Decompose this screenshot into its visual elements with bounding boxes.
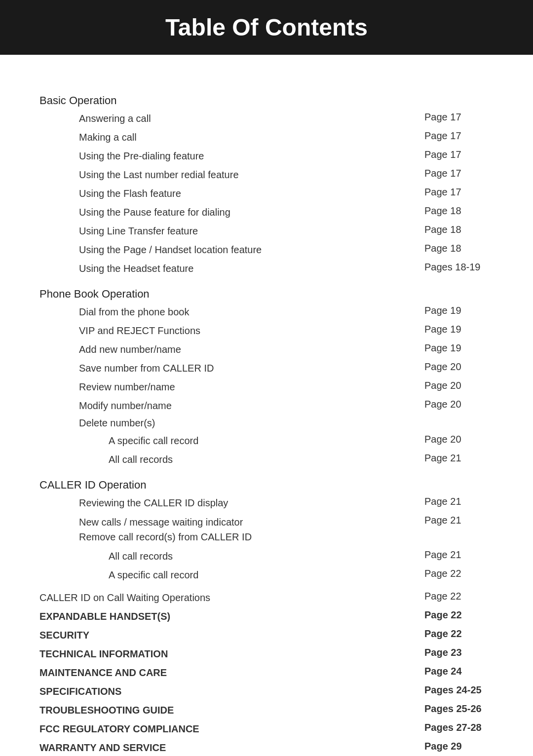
entry-text: TROUBLESHOOTING GUIDE	[39, 703, 415, 717]
entry-text: Using the Page / Handset location featur…	[39, 243, 415, 257]
list-item: Review number/name Page 20	[39, 378, 494, 396]
list-item: Using the Headset feature Pages 18-19	[39, 259, 494, 278]
entry-text: Modify number/name	[39, 399, 415, 413]
section-basic-operation: Basic Operation Answering a call Page 17…	[39, 94, 494, 278]
list-item: SPECIFICATIONS Pages 24-25	[39, 682, 494, 701]
list-item: TECHNICAL INFORMATION Page 23	[39, 644, 494, 663]
entry-text: All call records	[39, 549, 415, 563]
section-header-phone-book: Phone Book Operation	[39, 288, 494, 301]
page-ref: Page 17	[415, 112, 494, 123]
entry-text: Review number/name	[39, 380, 415, 394]
entry-text: Using the Headset feature	[39, 262, 415, 275]
entry-text: Add new number/name	[39, 342, 415, 356]
delete-numbers-label: Delete number(s)	[39, 415, 494, 431]
entry-text: A specific call record	[39, 434, 415, 448]
list-item: SECURITY Page 22	[39, 626, 494, 644]
page-ref: Page 21	[415, 496, 494, 507]
list-item: A specific call record Page 22	[39, 566, 494, 584]
page-ref: Page 19	[415, 324, 494, 335]
list-item: Modify number/name Page 20	[39, 396, 494, 415]
page-ref: Page 21	[415, 515, 494, 526]
entry-text: Reviewing the CALLER ID display	[39, 496, 415, 510]
section-header-caller-id: CALLER ID Operation	[39, 479, 494, 491]
list-item: EXPANDABLE HANDSET(S) Page 22	[39, 607, 494, 626]
section-header-basic-operation: Basic Operation	[39, 94, 494, 107]
entry-text: SPECIFICATIONS	[39, 684, 415, 698]
page-ref: Page 17	[415, 168, 494, 179]
list-item: Using Line Transfer feature Page 18	[39, 222, 494, 240]
page-ref: Page 22	[415, 568, 494, 579]
page-ref: Page 18	[415, 243, 494, 254]
page-ref: Page 23	[415, 647, 494, 658]
page-ref: Page 17	[415, 149, 494, 160]
section-bottom-entries: CALLER ID on Call Waiting Operations Pag…	[39, 588, 494, 756]
entry-text: Using the Last number redial feature	[39, 168, 415, 182]
list-item: Dial from the phone book Page 19	[39, 302, 494, 321]
list-item: New calls / message waiting indicatorRem…	[39, 512, 494, 547]
list-item: Reviewing the CALLER ID display Page 21	[39, 493, 494, 512]
entry-text: Answering a call	[39, 112, 415, 125]
entry-text: Dial from the phone book	[39, 305, 415, 319]
list-item: All call records Page 21	[39, 547, 494, 566]
list-item: A specific call record Page 20	[39, 431, 494, 450]
list-item: VIP and REJECT Functions Page 19	[39, 321, 494, 340]
page-ref: Page 20	[415, 361, 494, 373]
page-ref: Page 29	[415, 741, 494, 752]
page-ref: Page 22	[415, 628, 494, 640]
entry-text: Save number from CALLER ID	[39, 361, 415, 375]
page: Table Of Contents Basic Operation Answer…	[0, 0, 533, 756]
entry-text: CALLER ID on Call Waiting Operations	[39, 591, 415, 605]
page-ref: Page 18	[415, 205, 494, 217]
page-ref: Pages 25-26	[415, 703, 494, 715]
list-item: Using the Last number redial feature Pag…	[39, 165, 494, 184]
entry-text: EXPANDABLE HANDSET(S)	[39, 609, 415, 623]
page-title: Table Of Contents	[20, 14, 513, 41]
list-item: Using the Page / Handset location featur…	[39, 240, 494, 259]
list-item: All call records Page 21	[39, 450, 494, 469]
entry-text: Using the Pre-dialing feature	[39, 149, 415, 163]
entry-text: Using the Pause feature for dialing	[39, 205, 415, 219]
entry-text: A specific call record	[39, 568, 415, 582]
entry-text: Making a call	[39, 130, 415, 144]
entry-text: Using the Flash feature	[39, 187, 415, 200]
entry-text: All call records	[39, 453, 415, 466]
page-ref: Pages 18-19	[415, 262, 494, 273]
list-item: TROUBLESHOOTING GUIDE Pages 25-26	[39, 701, 494, 719]
page-ref: Page 19	[415, 342, 494, 354]
section-phone-book-operation: Phone Book Operation Dial from the phone…	[39, 288, 494, 469]
entry-text: New calls / message waiting indicatorRem…	[39, 515, 415, 544]
page-ref: Page 22	[415, 591, 494, 602]
page-ref: Page 20	[415, 434, 494, 445]
page-ref: Pages 24-25	[415, 684, 494, 696]
list-item: Using the Pause feature for dialing Page…	[39, 203, 494, 222]
page-ref: Page 20	[415, 399, 494, 410]
entry-text: FCC REGULATORY COMPLIANCE	[39, 722, 415, 736]
entry-text: MAINTENANCE AND CARE	[39, 666, 415, 680]
list-item: MAINTENANCE AND CARE Page 24	[39, 663, 494, 682]
page-ref: Page 19	[415, 305, 494, 316]
page-ref: Pages 27-28	[415, 722, 494, 733]
page-ref: Page 20	[415, 380, 494, 391]
list-item: Save number from CALLER ID Page 20	[39, 359, 494, 378]
entry-text: WARRANTY AND SERVICE	[39, 741, 415, 755]
list-item: Making a call Page 17	[39, 128, 494, 147]
page-ref: Page 22	[415, 609, 494, 621]
page-ref: Page 21	[415, 453, 494, 464]
list-item: WARRANTY AND SERVICE Page 29	[39, 738, 494, 756]
page-header: Table Of Contents	[0, 0, 533, 55]
page-ref: Page 17	[415, 187, 494, 198]
toc-content: Basic Operation Answering a call Page 17…	[0, 75, 533, 756]
list-item: Answering a call Page 17	[39, 109, 494, 128]
list-item: Add new number/name Page 19	[39, 340, 494, 359]
section-caller-id-operation: CALLER ID Operation Reviewing the CALLER…	[39, 479, 494, 584]
page-ref: Page 21	[415, 549, 494, 561]
page-ref: Page 17	[415, 130, 494, 142]
entry-text: Using Line Transfer feature	[39, 224, 415, 238]
list-item: CALLER ID on Call Waiting Operations Pag…	[39, 588, 494, 607]
list-item: Using the Flash feature Page 17	[39, 184, 494, 203]
entry-text: VIP and REJECT Functions	[39, 324, 415, 338]
list-item: Using the Pre-dialing feature Page 17	[39, 147, 494, 165]
entry-text: SECURITY	[39, 628, 415, 642]
page-ref: Page 18	[415, 224, 494, 235]
entry-text: TECHNICAL INFORMATION	[39, 647, 415, 661]
